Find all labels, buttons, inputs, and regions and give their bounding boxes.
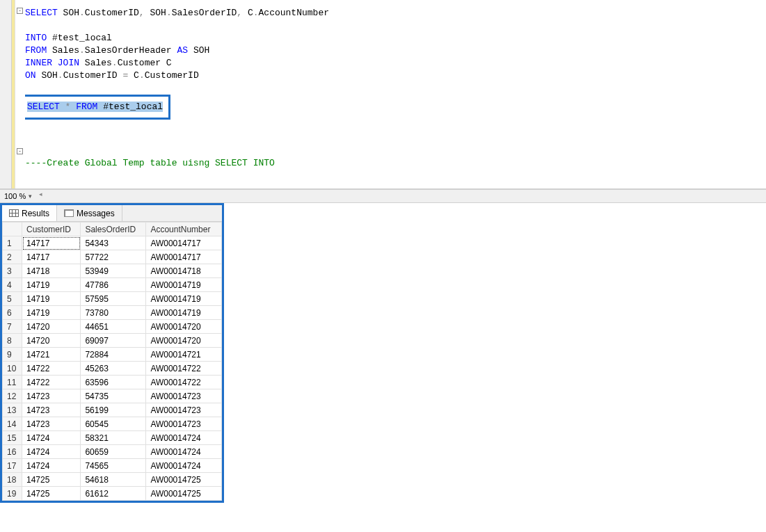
grid-cell[interactable]: 44651 (81, 320, 146, 334)
grid-cell[interactable]: 72884 (81, 348, 146, 362)
grid-cell[interactable]: AW00014717 (146, 236, 222, 250)
table-row[interactable]: 111472263596AW00014722 (3, 376, 222, 389)
grid-cell[interactable]: 73780 (81, 306, 146, 320)
grid-cell[interactable]: 45263 (81, 362, 146, 376)
grid-cell[interactable]: 69097 (81, 334, 146, 348)
grid-cell[interactable]: AW00014720 (146, 320, 222, 334)
grid-cell[interactable]: 14724 (22, 431, 81, 445)
grid-cell[interactable]: 14720 (22, 320, 81, 334)
editor-vertical-scrollbar[interactable] (0, 0, 12, 188)
grid-cell[interactable]: 56199 (81, 403, 146, 417)
table-row[interactable]: 91472172884AW00014721 (3, 348, 222, 362)
outline-collapse-icon[interactable]: - (17, 8, 23, 14)
table-row[interactable]: 151472458321AW00014724 (3, 431, 222, 445)
grid-cell[interactable]: AW00014719 (146, 278, 222, 292)
grid-cell[interactable]: AW00014721 (146, 348, 222, 362)
grid-cell[interactable]: AW00014718 (146, 264, 222, 278)
table-row[interactable]: 171472474565AW00014724 (3, 459, 222, 473)
rownum-header[interactable] (3, 223, 22, 236)
grid-cell[interactable]: 54343 (81, 236, 146, 250)
column-header[interactable]: AccountNumber (146, 223, 222, 236)
row-number[interactable]: 17 (3, 459, 22, 473)
grid-cell[interactable]: 57722 (81, 250, 146, 264)
grid-cell[interactable]: 14722 (22, 362, 81, 376)
row-number[interactable]: 5 (3, 292, 22, 306)
table-row[interactable]: 161472460659AW00014724 (3, 445, 222, 459)
grid-cell[interactable]: 14720 (22, 334, 81, 348)
table-row[interactable]: 141472360545AW00014723 (3, 417, 222, 431)
row-number[interactable]: 9 (3, 348, 22, 362)
row-number[interactable]: 13 (3, 403, 22, 417)
grid-cell[interactable]: 14722 (22, 376, 81, 389)
row-number[interactable]: 10 (3, 362, 22, 376)
row-number[interactable]: 7 (3, 320, 22, 334)
grid-cell[interactable]: 53949 (81, 264, 146, 278)
grid-cell[interactable]: 14717 (22, 236, 81, 250)
row-number[interactable]: 2 (3, 250, 22, 264)
grid-cell[interactable]: 74565 (81, 459, 146, 473)
zoom-level-select[interactable]: 100 % ▾ (4, 192, 32, 200)
table-row[interactable]: 101472245263AW00014722 (3, 362, 222, 376)
table-row[interactable]: 31471853949AW00014718 (3, 264, 222, 278)
grid-cell[interactable]: 14723 (22, 389, 81, 403)
grid-cell[interactable]: 14723 (22, 417, 81, 431)
grid-cell[interactable]: AW00014722 (146, 376, 222, 389)
grid-cell[interactable]: 60659 (81, 445, 146, 459)
grid-cell[interactable]: AW00014723 (146, 403, 222, 417)
grid-cell[interactable]: 47786 (81, 278, 146, 292)
grid-cell[interactable]: 58321 (81, 431, 146, 445)
grid-cell[interactable]: 14718 (22, 264, 81, 278)
table-row[interactable]: 51471957595AW00014719 (3, 292, 222, 306)
table-row[interactable]: 11471754343AW00014717 (3, 236, 222, 250)
grid-cell[interactable]: AW00014724 (146, 445, 222, 459)
grid-cell[interactable]: 14717 (22, 250, 81, 264)
column-header[interactable]: CustomerID (22, 223, 81, 236)
grid-cell[interactable]: AW00014723 (146, 389, 222, 403)
table-row[interactable]: 21471757722AW00014717 (3, 250, 222, 264)
table-row[interactable]: 121472354735AW00014723 (3, 389, 222, 403)
row-number[interactable]: 15 (3, 431, 22, 445)
grid-cell[interactable]: AW00014724 (146, 459, 222, 473)
grid-cell[interactable]: 14725 (22, 473, 81, 487)
row-number[interactable]: 14 (3, 417, 22, 431)
outline-collapse-icon[interactable]: - (17, 148, 23, 154)
row-number[interactable]: 12 (3, 389, 22, 403)
row-number[interactable]: 8 (3, 334, 22, 348)
table-row[interactable]: 131472356199AW00014723 (3, 403, 222, 417)
table-row[interactable]: 191472561612AW00014725 (3, 487, 222, 501)
results-grid[interactable]: CustomerID SalesOrderID AccountNumber 11… (2, 222, 222, 501)
tab-results[interactable]: Results (2, 205, 57, 221)
grid-cell[interactable]: 60545 (81, 417, 146, 431)
row-number[interactable]: 19 (3, 487, 22, 501)
row-number[interactable]: 16 (3, 445, 22, 459)
grid-cell[interactable]: 14719 (22, 292, 81, 306)
grid-cell[interactable]: AW00014724 (146, 431, 222, 445)
row-number[interactable]: 6 (3, 306, 22, 320)
row-number[interactable]: 11 (3, 376, 22, 389)
sql-editor[interactable]: SELECT SOH.CustomerID, SOH.SalesOrderID,… (25, 0, 766, 188)
grid-cell[interactable]: 14719 (22, 278, 81, 292)
grid-cell[interactable]: AW00014719 (146, 306, 222, 320)
table-row[interactable]: 41471947786AW00014719 (3, 278, 222, 292)
row-number[interactable]: 18 (3, 473, 22, 487)
grid-cell[interactable]: AW00014719 (146, 292, 222, 306)
grid-cell[interactable]: 54735 (81, 389, 146, 403)
tab-messages[interactable]: Messages (57, 205, 122, 221)
grid-cell[interactable]: AW00014723 (146, 417, 222, 431)
table-row[interactable]: 181472554618AW00014725 (3, 473, 222, 487)
table-row[interactable]: 81472069097AW00014720 (3, 334, 222, 348)
grid-cell[interactable]: 14724 (22, 459, 81, 473)
grid-cell[interactable]: AW00014717 (146, 250, 222, 264)
grid-cell[interactable]: AW00014722 (146, 362, 222, 376)
grid-cell[interactable]: 14719 (22, 306, 81, 320)
grid-cell[interactable]: 14725 (22, 487, 81, 501)
grid-cell[interactable]: AW00014720 (146, 334, 222, 348)
grid-cell[interactable]: AW00014725 (146, 487, 222, 501)
grid-cell[interactable]: AW00014725 (146, 473, 222, 487)
grid-cell[interactable]: 57595 (81, 292, 146, 306)
grid-cell[interactable]: 61612 (81, 487, 146, 501)
grid-cell[interactable]: 14721 (22, 348, 81, 362)
row-number[interactable]: 3 (3, 264, 22, 278)
grid-cell[interactable]: 54618 (81, 473, 146, 487)
column-header[interactable]: SalesOrderID (81, 223, 146, 236)
